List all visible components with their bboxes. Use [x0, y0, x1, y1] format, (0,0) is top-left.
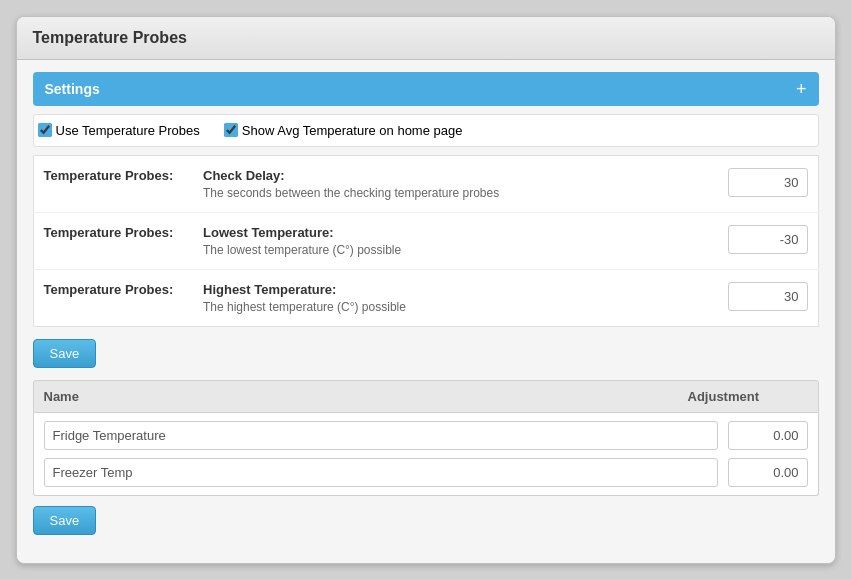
use-temp-probes-label: Use Temperature Probes — [56, 123, 200, 138]
temperature-probes-panel: Temperature Probes Settings + Use Temper… — [16, 16, 836, 564]
setting-title-2: Highest Temperature: — [203, 282, 657, 297]
name-column-header: Name — [44, 389, 688, 404]
probe-adjustment-input-0[interactable] — [728, 421, 808, 450]
setting-label-1: Temperature Probes: — [33, 212, 193, 269]
setting-input-0[interactable] — [728, 168, 808, 197]
setting-input-cell-0 — [667, 155, 818, 212]
show-avg-checkbox[interactable] — [224, 123, 238, 137]
setting-title-1: Lowest Temperature: — [203, 225, 657, 240]
setting-desc-text-0: The seconds between the checking tempera… — [203, 186, 499, 200]
setting-label-0: Temperature Probes: — [33, 155, 193, 212]
setting-description-1: Lowest Temperature: The lowest temperatu… — [193, 212, 667, 269]
setting-description-0: Check Delay: The seconds between the che… — [193, 155, 667, 212]
probe-row — [44, 458, 808, 487]
panel-title: Temperature Probes — [33, 29, 187, 46]
use-temp-probes-checkbox[interactable] — [38, 123, 52, 137]
setting-desc-text-1: The lowest temperature (C°) possible — [203, 243, 401, 257]
setting-label-2: Temperature Probes: — [33, 269, 193, 326]
probe-name-input-0[interactable] — [44, 421, 718, 450]
probe-table-header: Name Adjustment — [33, 380, 819, 413]
setting-input-cell-1 — [667, 212, 818, 269]
save-button-2[interactable]: Save — [33, 506, 97, 535]
save-button-1[interactable]: Save — [33, 339, 97, 368]
show-avg-label: Show Avg Temperature on home page — [242, 123, 463, 138]
probe-name-input-1[interactable] — [44, 458, 718, 487]
setting-input-cell-2 — [667, 269, 818, 326]
settings-section-header: Settings + — [33, 72, 819, 106]
setting-desc-text-2: The highest temperature (C°) possible — [203, 300, 406, 314]
settings-row: Temperature Probes: Check Delay: The sec… — [33, 155, 818, 212]
adjustment-column-header: Adjustment — [688, 389, 808, 404]
panel-body: Settings + Use Temperature Probes Show A… — [17, 72, 835, 547]
settings-table: Temperature Probes: Check Delay: The sec… — [33, 155, 819, 327]
setting-input-2[interactable] — [728, 282, 808, 311]
setting-description-2: Highest Temperature: The highest tempera… — [193, 269, 667, 326]
settings-row: Temperature Probes: Lowest Temperature: … — [33, 212, 818, 269]
probe-row — [44, 421, 808, 450]
probe-adjustment-input-1[interactable] — [728, 458, 808, 487]
settings-row: Temperature Probes: Highest Temperature:… — [33, 269, 818, 326]
show-avg-checkbox-item[interactable]: Show Avg Temperature on home page — [224, 123, 463, 138]
panel-header: Temperature Probes — [17, 17, 835, 60]
probe-list — [33, 413, 819, 496]
checkboxes-row: Use Temperature Probes Show Avg Temperat… — [33, 114, 819, 147]
setting-input-1[interactable] — [728, 225, 808, 254]
settings-section-title: Settings — [45, 81, 100, 97]
use-temp-probes-checkbox-item[interactable]: Use Temperature Probes — [38, 123, 200, 138]
add-setting-button[interactable]: + — [796, 80, 807, 98]
setting-title-0: Check Delay: — [203, 168, 657, 183]
